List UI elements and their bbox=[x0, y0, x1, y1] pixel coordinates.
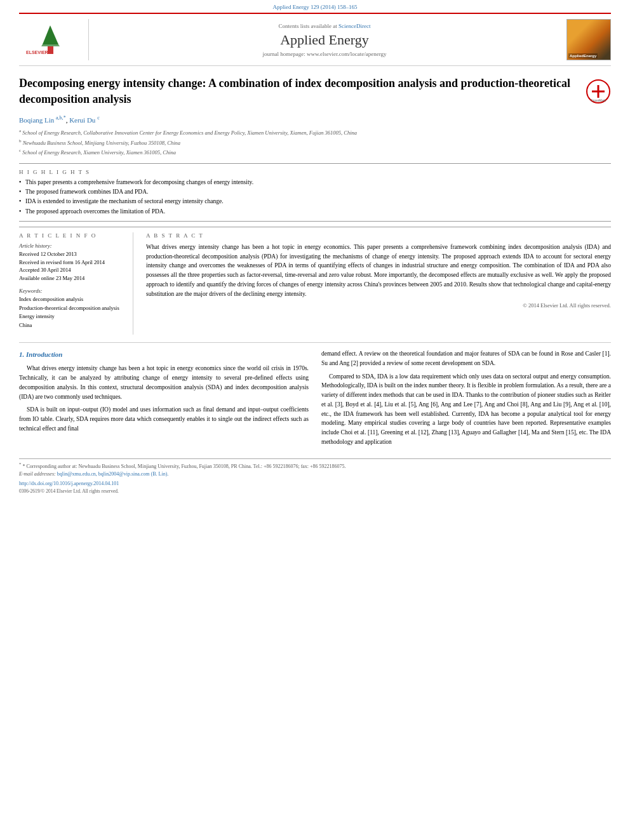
journal-cover-image: AppliedEnergy bbox=[566, 19, 611, 60]
doi-link[interactable]: http://dx.doi.org/10.1016/j.apenergy.201… bbox=[19, 481, 611, 486]
abstract-col: A B S T R A C T What drives energy inten… bbox=[146, 232, 611, 335]
elsevier-logo-svg: ELSEVIER bbox=[23, 22, 77, 57]
corresponding-author-footnote: * * Corresponding author at: Newhuadu Bu… bbox=[19, 462, 611, 470]
highlights-section: H I G H L I G H T S This paper presents … bbox=[19, 169, 611, 216]
abstract-copyright: © 2014 Elsevier Ltd. All rights reserved… bbox=[146, 302, 611, 309]
article-info-label: A R T I C L E I N F O bbox=[19, 232, 124, 239]
date-received: Received 12 October 2013 bbox=[19, 250, 124, 258]
journal-header-center: Contents lists available at ScienceDirec… bbox=[89, 19, 560, 60]
article-title: Decomposing energy intensity change: A c… bbox=[19, 76, 586, 107]
journal-header: ELSEVIER Contents lists available at Sci… bbox=[19, 13, 611, 66]
science-direct-text: Contents lists available at ScienceDirec… bbox=[279, 23, 371, 29]
keywords-list: Index decomposition analysis Production-… bbox=[19, 295, 124, 330]
main-content: Decomposing energy intensity change: A c… bbox=[19, 66, 611, 451]
intro-para-2: SDA is built on input–output (IO) model … bbox=[19, 405, 309, 433]
author-sup-c: c bbox=[97, 115, 100, 121]
svg-rect-0 bbox=[48, 46, 53, 54]
article-info-abstract: A R T I C L E I N F O Article history: R… bbox=[19, 227, 611, 335]
affiliations: a School of Energy Research, Collaborati… bbox=[19, 128, 611, 157]
abstract-label: A B S T R A C T bbox=[146, 232, 611, 239]
svg-marker-2 bbox=[41, 32, 60, 46]
intro-para-3: demand effect. A review on the theoretic… bbox=[321, 349, 611, 368]
footer-copyright: 0306-2619/© 2014 Elsevier Ltd. All right… bbox=[19, 488, 611, 494]
highlight-item-1: This paper presents a comprehensive fram… bbox=[19, 178, 611, 187]
email-link[interactable]: bqlin@xmu.edu.cn, bqlin2004@vip.sina.com… bbox=[57, 471, 169, 477]
affiliation-c: c School of Energy Research, Xiamen Univ… bbox=[19, 147, 611, 157]
keyword-4: China bbox=[19, 321, 124, 330]
journal-reference: Applied Energy 129 (2014) 158–165 bbox=[0, 0, 630, 13]
introduction-section: 1. Introduction What drives energy inten… bbox=[19, 342, 611, 450]
page-footer: * * Corresponding author at: Newhuadu Bu… bbox=[19, 458, 611, 494]
date-accepted: Accepted 30 April 2014 bbox=[19, 266, 124, 274]
highlight-item-2: The proposed framework combines IDA and … bbox=[19, 188, 611, 196]
article-info-col: A R T I C L E I N F O Article history: R… bbox=[19, 232, 133, 335]
keyword-2: Production-theoretical decomposition ana… bbox=[19, 304, 124, 313]
svg-text:CrossMark: CrossMark bbox=[591, 98, 607, 102]
intro-col-left: 1. Introduction What drives energy inten… bbox=[19, 349, 309, 450]
affiliation-b: b Newhuadu Business School, Minjiang Uni… bbox=[19, 138, 611, 147]
journal-title: Applied Energy bbox=[280, 32, 369, 48]
elsevier-logo-section: ELSEVIER bbox=[19, 19, 89, 60]
authors-line: Boqiang Lin a,b,*, Kerui Du c bbox=[19, 115, 611, 124]
journal-thumbnail: AppliedEnergy bbox=[560, 19, 611, 60]
crossmark-badge[interactable]: CrossMark bbox=[586, 79, 611, 104]
svg-text:ELSEVIER: ELSEVIER bbox=[26, 50, 48, 55]
date-revised: Received in revised form 16 April 2014 bbox=[19, 258, 124, 267]
intro-col-right: demand effect. A review on the theoretic… bbox=[321, 349, 611, 450]
divider-2 bbox=[19, 221, 611, 222]
keywords-group: Keywords: Index decomposition analysis P… bbox=[19, 288, 124, 330]
history-label: Article history: bbox=[19, 243, 124, 249]
introduction-columns: 1. Introduction What drives energy inten… bbox=[19, 349, 611, 450]
divider-1 bbox=[19, 163, 611, 164]
intro-heading: 1. Introduction bbox=[19, 349, 309, 360]
article-title-section: Decomposing energy intensity change: A c… bbox=[19, 76, 611, 107]
affiliation-a: a School of Energy Research, Collaborati… bbox=[19, 128, 611, 137]
keyword-3: Energy intensity bbox=[19, 312, 124, 321]
author-boqiang: Boqiang Lin bbox=[19, 116, 54, 124]
author-kerui: Kerui Du bbox=[69, 116, 95, 124]
highlights-label: H I G H L I G H T S bbox=[19, 169, 611, 175]
highlight-item-3: IDA is extended to investigate the mecha… bbox=[19, 197, 611, 206]
author-sup-a: a,b, bbox=[56, 115, 64, 121]
highlight-item-4: The proposed approach overcomes the limi… bbox=[19, 208, 611, 216]
keywords-label: Keywords: bbox=[19, 288, 124, 294]
highlights-list: This paper presents a comprehensive fram… bbox=[19, 178, 611, 216]
article-history: Article history: Received 12 October 201… bbox=[19, 243, 124, 283]
abstract-text: What drives energy intensity change has … bbox=[146, 243, 611, 298]
email-footnote: E-mail addresses: bqlin@xmu.edu.cn, bqli… bbox=[19, 470, 611, 477]
intro-para-1: What drives energy intensity change has … bbox=[19, 364, 309, 401]
science-direct-link[interactable]: ScienceDirect bbox=[338, 23, 370, 29]
journal-homepage: journal homepage: www.elsevier.com/locat… bbox=[262, 51, 386, 57]
date-available: Available online 23 May 2014 bbox=[19, 274, 124, 283]
keyword-1: Index decomposition analysis bbox=[19, 295, 124, 304]
intro-para-4: Compared to SDA, IDA is a low data requi… bbox=[321, 372, 611, 447]
